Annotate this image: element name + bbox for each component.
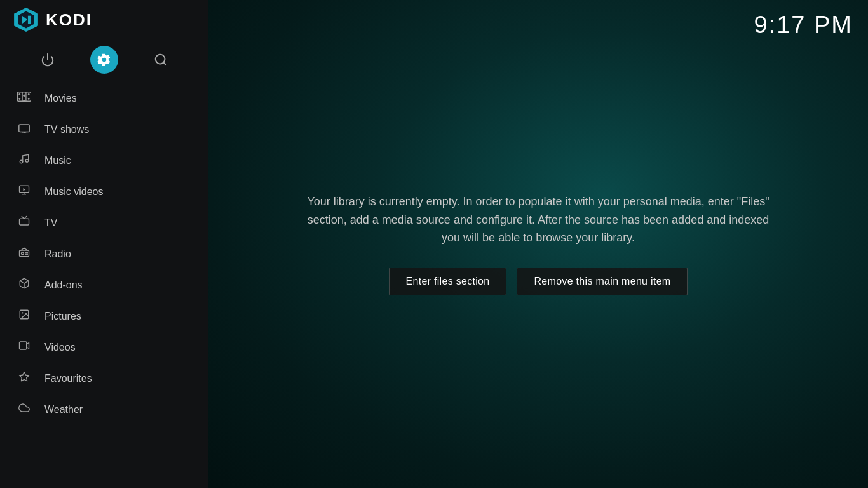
svg-point-9 xyxy=(18,98,20,100)
svg-point-11 xyxy=(28,98,30,100)
svg-rect-24 xyxy=(20,250,29,257)
svg-marker-33 xyxy=(20,372,29,381)
sidebar-item-videos[interactable]: Videos xyxy=(0,332,208,363)
musicvideos-icon xyxy=(15,184,33,199)
library-empty-text: Your library is currently empty. In orde… xyxy=(297,193,780,247)
svg-rect-23 xyxy=(20,219,29,225)
svg-point-30 xyxy=(22,312,23,313)
remove-menu-item-button[interactable]: Remove this main menu item xyxy=(517,268,688,295)
sidebar-label-tv: TV xyxy=(44,217,57,229)
sidebar-item-pictures[interactable]: Pictures xyxy=(0,301,208,332)
radio-icon xyxy=(15,247,33,261)
main-navigation: Movies TV shows Music xyxy=(0,80,208,488)
sidebar-item-weather[interactable]: Weather xyxy=(0,394,208,425)
music-icon xyxy=(15,153,33,168)
svg-rect-3 xyxy=(28,16,31,24)
svg-marker-32 xyxy=(27,343,29,349)
svg-point-8 xyxy=(18,93,20,95)
sidebar-item-musicvideos[interactable]: Music videos xyxy=(0,176,208,207)
sidebar-item-music[interactable]: Music xyxy=(0,145,208,176)
svg-point-14 xyxy=(23,94,25,97)
svg-line-6 xyxy=(164,62,166,65)
addons-icon xyxy=(15,278,33,292)
svg-rect-12 xyxy=(22,92,22,101)
svg-point-10 xyxy=(28,93,30,95)
search-button[interactable] xyxy=(147,46,175,74)
svg-point-25 xyxy=(22,252,24,255)
pictures-icon xyxy=(15,309,33,323)
sidebar-item-favourites[interactable]: Favourites xyxy=(0,363,208,394)
movies-icon xyxy=(15,91,33,105)
sidebar-item-tv[interactable]: TV xyxy=(0,207,208,238)
sidebar-label-tvshows: TV shows xyxy=(44,124,89,135)
sidebar-label-music: Music xyxy=(44,155,71,166)
weather-icon xyxy=(15,402,33,417)
action-buttons: Enter files section Remove this main men… xyxy=(297,268,780,295)
svg-rect-15 xyxy=(19,125,29,132)
kodi-logo-icon xyxy=(13,6,39,33)
sidebar-label-favourites: Favourites xyxy=(44,373,92,384)
sidebar-item-radio[interactable]: Radio xyxy=(0,238,208,269)
videos-icon xyxy=(15,340,33,355)
tv-icon xyxy=(15,215,33,230)
svg-rect-31 xyxy=(20,342,27,349)
sidebar-label-addons: Add-ons xyxy=(44,280,83,291)
search-icon xyxy=(154,53,168,67)
sidebar-item-tvshows[interactable]: TV shows xyxy=(0,114,208,145)
app-title: KODI xyxy=(46,10,92,30)
sidebar-label-videos: Videos xyxy=(44,342,76,353)
sidebar-item-addons[interactable]: Add-ons xyxy=(0,269,208,301)
top-icon-bar xyxy=(0,39,208,80)
favourites-icon xyxy=(15,371,33,386)
app-header: KODI xyxy=(0,0,208,39)
sidebar-label-musicvideos: Music videos xyxy=(44,186,103,198)
svg-point-19 xyxy=(25,159,29,163)
sidebar-item-movies[interactable]: Movies xyxy=(0,83,208,114)
sidebar-label-movies: Movies xyxy=(44,93,77,104)
settings-button[interactable] xyxy=(90,46,118,74)
svg-rect-13 xyxy=(25,92,26,101)
enter-files-button[interactable]: Enter files section xyxy=(389,268,507,295)
power-button[interactable] xyxy=(34,46,62,74)
gear-icon xyxy=(97,53,111,67)
time-display: 9:17 PM xyxy=(754,11,853,39)
tvshows-icon xyxy=(15,122,33,137)
sidebar: KODI xyxy=(0,0,208,488)
sidebar-label-pictures: Pictures xyxy=(44,311,81,322)
power-icon xyxy=(41,53,55,67)
sidebar-label-radio: Radio xyxy=(44,248,71,260)
main-content: 9:17 PM Your library is currently empty.… xyxy=(208,0,868,488)
sidebar-label-weather: Weather xyxy=(44,404,83,416)
library-empty-message: Your library is currently empty. In orde… xyxy=(284,193,792,295)
svg-point-18 xyxy=(20,160,23,163)
